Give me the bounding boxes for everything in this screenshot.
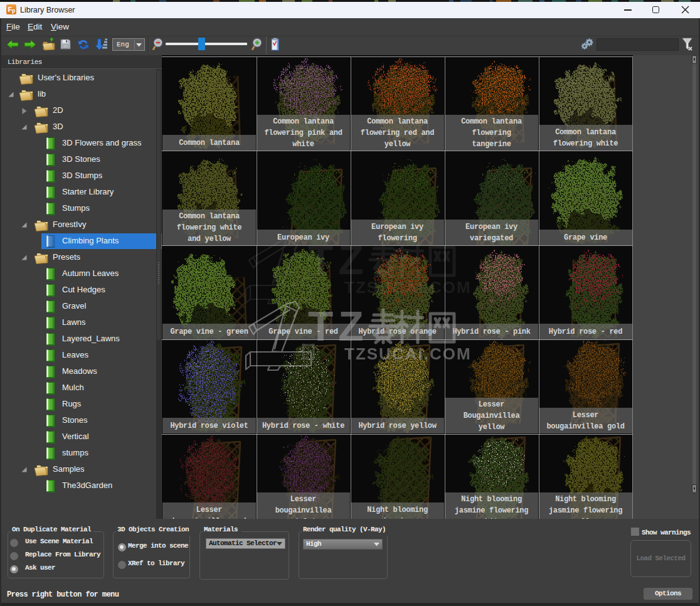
svg-text:p: p — [12, 8, 15, 14]
